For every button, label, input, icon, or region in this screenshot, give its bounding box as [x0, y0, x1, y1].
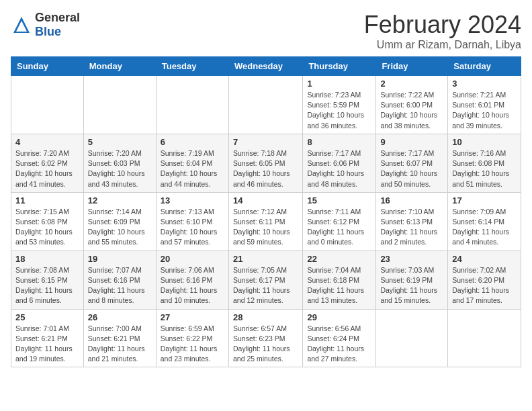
day-info: Sunrise: 7:18 AMSunset: 6:05 PMDaylight:… [233, 148, 298, 189]
day-number: 1 [307, 79, 371, 89]
day-info: Sunrise: 7:11 AMSunset: 6:12 PMDaylight:… [307, 207, 371, 248]
calendar-cell: 20Sunrise: 7:06 AMSunset: 6:16 PMDayligh… [156, 250, 228, 309]
calendar-cell: 29Sunrise: 6:56 AMSunset: 6:24 PMDayligh… [303, 309, 376, 367]
day-info: Sunrise: 7:21 AMSunset: 6:01 PMDaylight:… [452, 90, 517, 131]
location-title: Umm ar Rizam, Darnah, Libya [364, 39, 521, 51]
title-block: February 2024 Umm ar Rizam, Darnah, Liby… [364, 11, 521, 51]
calendar-cell: 10Sunrise: 7:16 AMSunset: 6:08 PMDayligh… [448, 134, 521, 192]
day-info: Sunrise: 7:19 AMSunset: 6:04 PMDaylight:… [161, 148, 224, 189]
day-info: Sunrise: 7:02 AMSunset: 6:20 PMDaylight:… [452, 265, 517, 306]
header-day-friday: Friday [376, 57, 448, 76]
calendar-cell: 16Sunrise: 7:10 AMSunset: 6:13 PMDayligh… [376, 192, 448, 250]
day-number: 15 [307, 195, 371, 205]
day-number: 21 [233, 254, 298, 264]
calendar-cell: 21Sunrise: 7:05 AMSunset: 6:17 PMDayligh… [228, 250, 302, 309]
day-number: 28 [233, 312, 298, 322]
day-info: Sunrise: 7:22 AMSunset: 6:00 PMDaylight:… [380, 90, 443, 131]
day-number: 4 [15, 137, 79, 147]
day-info: Sunrise: 7:09 AMSunset: 6:14 PMDaylight:… [452, 207, 517, 248]
calendar-cell: 18Sunrise: 7:08 AMSunset: 6:15 PMDayligh… [11, 250, 84, 309]
header-row: SundayMondayTuesdayWednesdayThursdayFrid… [11, 57, 521, 76]
calendar-week-1: 1Sunrise: 7:23 AMSunset: 5:59 PMDaylight… [11, 76, 521, 134]
calendar-week-2: 4Sunrise: 7:20 AMSunset: 6:02 PMDaylight… [11, 134, 521, 192]
calendar-cell: 5Sunrise: 7:20 AMSunset: 6:03 PMDaylight… [83, 134, 156, 192]
day-info: Sunrise: 7:13 AMSunset: 6:10 PMDaylight:… [161, 207, 224, 248]
day-number: 13 [161, 195, 224, 205]
day-info: Sunrise: 7:23 AMSunset: 5:59 PMDaylight:… [307, 90, 371, 131]
day-info: Sunrise: 7:20 AMSunset: 6:03 PMDaylight:… [88, 148, 152, 189]
day-number: 3 [452, 79, 517, 89]
day-number: 16 [380, 195, 443, 205]
calendar-cell: 23Sunrise: 7:03 AMSunset: 6:19 PMDayligh… [376, 250, 448, 309]
calendar-cell [11, 76, 84, 134]
day-info: Sunrise: 7:00 AMSunset: 6:21 PMDaylight:… [88, 324, 152, 365]
calendar-cell: 7Sunrise: 7:18 AMSunset: 6:05 PMDaylight… [228, 134, 302, 192]
calendar-cell [228, 76, 302, 134]
day-info: Sunrise: 7:06 AMSunset: 6:16 PMDaylight:… [161, 265, 224, 306]
header-day-saturday: Saturday [448, 57, 521, 76]
day-number: 27 [161, 312, 224, 322]
day-number: 17 [452, 195, 517, 205]
day-number: 8 [307, 137, 371, 147]
day-info: Sunrise: 7:20 AMSunset: 6:02 PMDaylight:… [15, 148, 79, 189]
day-number: 26 [88, 312, 152, 322]
calendar-cell: 9Sunrise: 7:17 AMSunset: 6:07 PMDaylight… [376, 134, 448, 192]
day-number: 24 [452, 254, 517, 264]
month-title: February 2024 [364, 11, 521, 39]
calendar-cell: 8Sunrise: 7:17 AMSunset: 6:06 PMDaylight… [303, 134, 376, 192]
calendar-cell: 3Sunrise: 7:21 AMSunset: 6:01 PMDaylight… [448, 76, 521, 134]
day-info: Sunrise: 7:05 AMSunset: 6:17 PMDaylight:… [233, 265, 298, 306]
calendar-body: 1Sunrise: 7:23 AMSunset: 5:59 PMDaylight… [11, 76, 521, 367]
calendar-cell: 14Sunrise: 7:12 AMSunset: 6:11 PMDayligh… [228, 192, 302, 250]
day-info: Sunrise: 7:17 AMSunset: 6:06 PMDaylight:… [307, 148, 371, 189]
day-info: Sunrise: 7:08 AMSunset: 6:15 PMDaylight:… [15, 265, 79, 306]
calendar-week-5: 25Sunrise: 7:01 AMSunset: 6:21 PMDayligh… [11, 309, 521, 367]
calendar-cell: 26Sunrise: 7:00 AMSunset: 6:21 PMDayligh… [83, 309, 156, 367]
day-number: 12 [88, 195, 152, 205]
day-number: 7 [233, 137, 298, 147]
day-info: Sunrise: 7:07 AMSunset: 6:16 PMDaylight:… [88, 265, 152, 306]
day-info: Sunrise: 7:14 AMSunset: 6:09 PMDaylight:… [88, 207, 152, 248]
logo-icon [11, 14, 32, 36]
day-number: 9 [380, 137, 443, 147]
calendar-cell [376, 309, 448, 367]
day-number: 14 [233, 195, 298, 205]
calendar-header: SundayMondayTuesdayWednesdayThursdayFrid… [11, 57, 521, 76]
header-day-wednesday: Wednesday [228, 57, 302, 76]
calendar-table: SundayMondayTuesdayWednesdayThursdayFrid… [11, 56, 521, 367]
day-number: 2 [380, 79, 443, 89]
calendar-cell: 19Sunrise: 7:07 AMSunset: 6:16 PMDayligh… [83, 250, 156, 309]
day-number: 22 [307, 254, 371, 264]
calendar-cell: 1Sunrise: 7:23 AMSunset: 5:59 PMDaylight… [303, 76, 376, 134]
header-day-thursday: Thursday [303, 57, 376, 76]
day-info: Sunrise: 7:04 AMSunset: 6:18 PMDaylight:… [307, 265, 371, 306]
day-number: 19 [88, 254, 152, 264]
day-info: Sunrise: 7:10 AMSunset: 6:13 PMDaylight:… [380, 207, 443, 248]
calendar-cell: 27Sunrise: 6:59 AMSunset: 6:22 PMDayligh… [156, 309, 228, 367]
day-info: Sunrise: 7:01 AMSunset: 6:21 PMDaylight:… [15, 324, 79, 365]
calendar-week-4: 18Sunrise: 7:08 AMSunset: 6:15 PMDayligh… [11, 250, 521, 309]
logo-blue-text: Blue [35, 25, 61, 38]
logo-general-text: General [35, 11, 80, 24]
calendar-cell: 11Sunrise: 7:15 AMSunset: 6:08 PMDayligh… [11, 192, 84, 250]
day-info: Sunrise: 7:16 AMSunset: 6:08 PMDaylight:… [452, 148, 517, 189]
day-number: 29 [307, 312, 371, 322]
day-info: Sunrise: 6:56 AMSunset: 6:24 PMDaylight:… [307, 324, 371, 365]
header-day-sunday: Sunday [11, 57, 84, 76]
calendar-cell: 24Sunrise: 7:02 AMSunset: 6:20 PMDayligh… [448, 250, 521, 309]
calendar-cell: 25Sunrise: 7:01 AMSunset: 6:21 PMDayligh… [11, 309, 84, 367]
day-number: 23 [380, 254, 443, 264]
day-number: 11 [15, 195, 79, 205]
day-number: 5 [88, 137, 152, 147]
day-info: Sunrise: 7:12 AMSunset: 6:11 PMDaylight:… [233, 207, 298, 248]
header-day-monday: Monday [83, 57, 156, 76]
calendar-cell [448, 309, 521, 367]
day-info: Sunrise: 7:15 AMSunset: 6:08 PMDaylight:… [15, 207, 79, 248]
calendar-cell: 6Sunrise: 7:19 AMSunset: 6:04 PMDaylight… [156, 134, 228, 192]
logo: General Blue [11, 11, 80, 39]
calendar-cell [156, 76, 228, 134]
calendar-week-3: 11Sunrise: 7:15 AMSunset: 6:08 PMDayligh… [11, 192, 521, 250]
calendar-cell: 2Sunrise: 7:22 AMSunset: 6:00 PMDaylight… [376, 76, 448, 134]
day-info: Sunrise: 6:59 AMSunset: 6:22 PMDaylight:… [161, 324, 224, 365]
calendar-cell: 13Sunrise: 7:13 AMSunset: 6:10 PMDayligh… [156, 192, 228, 250]
